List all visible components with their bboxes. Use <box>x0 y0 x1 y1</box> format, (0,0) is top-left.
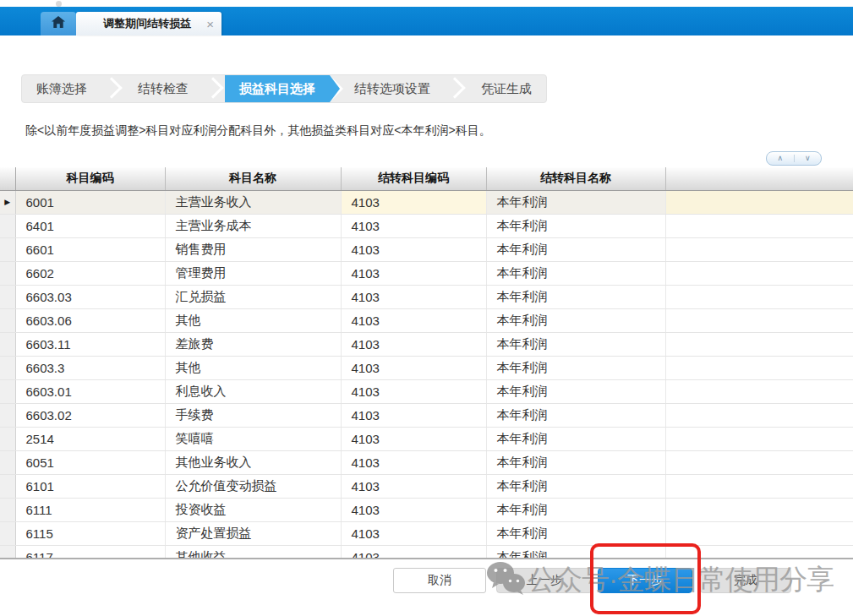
cell-target-name: 本年利润 <box>486 285 665 308</box>
cell-code: 6602 <box>15 261 165 285</box>
cell-name: 其他 <box>165 308 341 332</box>
row-marker <box>0 237 15 261</box>
wizard-step-check[interactable]: 结转检查 <box>123 75 203 102</box>
table-row[interactable]: 2514 笑嘻嘻 4103 本年利润 <box>0 427 853 450</box>
row-marker <box>0 427 15 450</box>
table-row[interactable]: 6603.02 手续费 4103 本年利润 <box>0 403 853 427</box>
cell-target-code[interactable]: 4103 <box>341 261 486 285</box>
cell-target-name: 本年利润 <box>486 427 665 450</box>
cell-target-code[interactable]: 4103 <box>341 190 486 214</box>
wizard-step-book-select[interactable]: 账簿选择 <box>22 75 101 102</box>
home-icon <box>52 16 65 31</box>
cell-empty <box>665 427 853 450</box>
cell-name: 汇兑损益 <box>165 285 341 308</box>
row-marker: ▶ <box>0 190 15 214</box>
cell-target-code[interactable]: 4103 <box>341 332 486 356</box>
table-row[interactable]: 6401 主营业务成本 4103 本年利润 <box>0 214 853 237</box>
table-row[interactable]: ▶ 6001 主营业务收入 4103 本年利润 <box>0 190 853 214</box>
row-marker <box>0 285 15 308</box>
cell-target-code[interactable]: 4103 <box>341 474 486 498</box>
wizard-step-voucher[interactable]: 凭证生成 <box>467 75 546 102</box>
finish-button[interactable]: 完成 <box>700 568 791 593</box>
scroll-up-icon[interactable]: ∧ <box>767 152 794 165</box>
table-row[interactable]: 6602 管理费用 4103 本年利润 <box>0 261 853 285</box>
tab-title: 调整期间结转损益 <box>93 16 201 31</box>
cell-empty <box>665 237 853 261</box>
wizard-step-account-select-active[interactable]: 损益科目选择 <box>225 75 330 102</box>
cell-target-code[interactable]: 4103 <box>341 237 486 261</box>
cell-code: 6603.11 <box>15 332 165 356</box>
cell-name: 管理费用 <box>165 261 341 285</box>
row-pager: ∧ ∨ <box>766 151 822 166</box>
cell-empty <box>665 450 853 474</box>
table-row[interactable]: 6603.11 差旅费 4103 本年利润 <box>0 332 853 356</box>
cell-target-name: 本年利润 <box>486 261 665 285</box>
cell-empty <box>665 285 853 308</box>
cell-code: 6401 <box>15 214 165 237</box>
row-marker <box>0 474 15 498</box>
row-marker <box>0 356 15 379</box>
wizard-step-options[interactable]: 结转选项设置 <box>340 75 445 102</box>
table-row[interactable]: 6115 资产处置损益 4103 本年利润 <box>0 521 853 545</box>
tab-home[interactable] <box>41 12 76 35</box>
cell-empty <box>665 403 853 427</box>
col-header-empty <box>665 167 853 190</box>
cancel-button[interactable]: 取消 <box>393 568 486 593</box>
col-header-target-name: 结转科目名称 <box>486 167 665 190</box>
cell-empty <box>665 308 853 332</box>
cell-target-code[interactable]: 4103 <box>341 356 486 379</box>
cell-target-code[interactable]: 4103 <box>341 403 486 427</box>
cell-target-code[interactable]: 4103 <box>341 285 486 308</box>
cell-empty <box>665 332 853 356</box>
cell-target-name: 本年利润 <box>486 498 665 521</box>
cell-code: 6001 <box>15 190 165 214</box>
wizard-step-label: 凭证生成 <box>481 81 532 97</box>
cell-code: 6115 <box>15 521 165 545</box>
table-row[interactable]: 6603.01 利息收入 4103 本年利润 <box>0 379 853 403</box>
table-row[interactable]: 6051 其他业务收入 4103 本年利润 <box>0 450 853 474</box>
cell-target-code[interactable]: 4103 <box>341 214 486 237</box>
cell-name: 手续费 <box>165 403 341 427</box>
cell-target-code[interactable]: 4103 <box>341 545 486 559</box>
cell-target-code[interactable]: 4103 <box>341 308 486 332</box>
cell-target-code[interactable]: 4103 <box>341 521 486 545</box>
cell-code: 2514 <box>15 427 165 450</box>
cell-target-code[interactable]: 4103 <box>341 498 486 521</box>
next-step-button[interactable]: 下一步 <box>598 568 692 593</box>
tab-carryover-wizard[interactable]: 调整期间结转损益 × <box>76 12 221 35</box>
row-marker <box>0 521 15 545</box>
table-row[interactable]: 6601 销售费用 4103 本年利润 <box>0 237 853 261</box>
table-row[interactable]: 6603.3 其他 4103 本年利润 <box>0 356 853 379</box>
cell-target-code[interactable]: 4103 <box>341 379 486 403</box>
window-dot <box>56 1 62 7</box>
previous-step-button[interactable]: 上一步 <box>496 568 593 593</box>
cell-target-name: 本年利润 <box>486 474 665 498</box>
cell-empty <box>665 379 853 403</box>
row-selector-header <box>0 167 15 190</box>
cell-target-name: 本年利润 <box>486 379 665 403</box>
cell-target-name: 本年利润 <box>486 214 665 237</box>
cell-target-name: 本年利润 <box>486 545 665 559</box>
cell-target-name: 本年利润 <box>486 521 665 545</box>
col-header-account-code: 科目编码 <box>15 167 165 190</box>
cell-empty <box>665 356 853 379</box>
cell-code: 6603.02 <box>15 403 165 427</box>
table-row[interactable]: 6111 投资收益 4103 本年利润 <box>0 498 853 521</box>
cell-code: 6601 <box>15 237 165 261</box>
cell-code: 6117 <box>15 545 165 559</box>
cell-target-code[interactable]: 4103 <box>341 427 486 450</box>
cell-empty <box>665 521 853 545</box>
cell-name: 投资收益 <box>165 498 341 521</box>
table-row[interactable]: 6117 其他收益 4103 本年利润 <box>0 545 853 559</box>
scroll-down-icon[interactable]: ∨ <box>795 152 822 165</box>
table-row[interactable]: 6101 公允价值变动损益 4103 本年利润 <box>0 474 853 498</box>
table-row[interactable]: 6603.06 其他 4103 本年利润 <box>0 308 853 332</box>
table-row[interactable]: 6603.03 汇兑损益 4103 本年利润 <box>0 285 853 308</box>
close-icon[interactable]: × <box>206 18 214 30</box>
rule-description: 除<以前年度损益调整>科目对应利润分配科目外，其他损益类科目对应<本年利润>科目… <box>25 123 491 139</box>
cell-target-name: 本年利润 <box>486 403 665 427</box>
cell-name: 差旅费 <box>165 332 341 356</box>
cell-target-code[interactable]: 4103 <box>341 450 486 474</box>
grid-header-row: 科目编码 科目名称 结转科目编码 结转科目名称 <box>0 167 853 190</box>
row-marker <box>0 261 15 285</box>
